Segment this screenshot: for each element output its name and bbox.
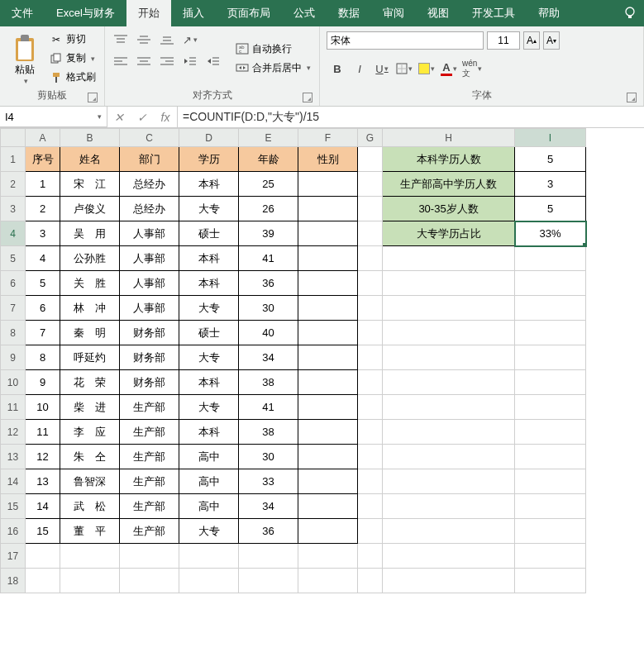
cell-C7[interactable]: 人事部 — [120, 296, 179, 321]
col-header-C[interactable]: C — [120, 129, 179, 147]
cell-B9[interactable]: 呼延灼 — [60, 345, 120, 370]
col-header-B[interactable]: B — [60, 129, 120, 147]
cut-button[interactable]: ✂ 剪切 — [48, 31, 98, 47]
menu-insert[interactable]: 插入 — [171, 0, 216, 26]
cell-F7[interactable] — [298, 296, 358, 321]
cell-A18[interactable] — [26, 569, 60, 593]
cell-C8[interactable]: 财务部 — [120, 321, 179, 345]
cell-H10[interactable] — [383, 370, 515, 395]
cell-F12[interactable] — [298, 420, 358, 445]
menu-review[interactable]: 审阅 — [371, 0, 416, 26]
menu-home[interactable]: 开始 — [126, 0, 171, 26]
cell-C9[interactable]: 财务部 — [120, 345, 179, 370]
row-header-12[interactable]: 12 — [1, 420, 26, 445]
cell-F10[interactable] — [298, 370, 358, 395]
col-header-F[interactable]: F — [298, 129, 358, 147]
cell-F13[interactable] — [298, 445, 358, 469]
cell-G6[interactable] — [358, 271, 383, 296]
row-header-9[interactable]: 9 — [1, 345, 26, 370]
cell-C17[interactable] — [120, 544, 179, 569]
menu-data[interactable]: 数据 — [327, 0, 371, 26]
cell-F18[interactable] — [298, 569, 358, 593]
cell-I10[interactable] — [515, 370, 586, 395]
cell-C13[interactable]: 生产部 — [120, 445, 179, 469]
align-center-button[interactable] — [135, 53, 153, 69]
select-all-corner[interactable] — [1, 129, 26, 147]
menu-formulas[interactable]: 公式 — [282, 0, 327, 26]
cell-G17[interactable] — [358, 544, 383, 569]
cell-E5[interactable]: 41 — [239, 246, 298, 271]
cell-I12[interactable] — [515, 420, 586, 445]
align-left-button[interactable] — [112, 53, 130, 69]
cell-G9[interactable] — [358, 345, 383, 370]
cell-B6[interactable]: 关 胜 — [60, 271, 120, 296]
col-header-D[interactable]: D — [179, 129, 239, 147]
cell-H5[interactable] — [383, 246, 515, 271]
cell-E9[interactable]: 34 — [239, 345, 298, 370]
underline-button[interactable]: U▾ — [371, 60, 393, 78]
spreadsheet-grid[interactable]: ABCDEFGHI 1序号姓名部门学历年龄性别本科学历人数521宋 江总经办本科… — [0, 128, 644, 593]
cell-B7[interactable]: 林 冲 — [60, 296, 120, 321]
cell-A8[interactable]: 7 — [26, 321, 60, 345]
cell-G11[interactable] — [358, 395, 383, 420]
formula-input[interactable]: =COUNTIF(D:D,"大专")/15 — [178, 107, 644, 127]
cell-E4[interactable]: 39 — [239, 221, 298, 246]
enter-formula-button[interactable]: ✓ — [131, 111, 154, 124]
cell-B8[interactable]: 秦 明 — [60, 321, 120, 345]
cell-F14[interactable] — [298, 469, 358, 494]
cell-E17[interactable] — [239, 544, 298, 569]
cell-I6[interactable] — [515, 271, 586, 296]
cell-I11[interactable] — [515, 395, 586, 420]
cell-D11[interactable]: 大专 — [179, 395, 239, 420]
cell-B3[interactable]: 卢俊义 — [60, 197, 120, 221]
cell-B18[interactable] — [60, 569, 120, 593]
cell-A16[interactable]: 15 — [26, 519, 60, 544]
cell-A5[interactable]: 4 — [26, 246, 60, 271]
cell-B16[interactable]: 董 平 — [60, 519, 120, 544]
merge-center-button[interactable]: 合并后居中▾ — [234, 60, 312, 76]
row-header-11[interactable]: 11 — [1, 395, 26, 420]
col-header-E[interactable]: E — [239, 129, 298, 147]
cell-H15[interactable] — [383, 494, 515, 519]
cell-A10[interactable]: 9 — [26, 370, 60, 395]
cell-A12[interactable]: 11 — [26, 420, 60, 445]
cell-D12[interactable]: 本科 — [179, 420, 239, 445]
row-header-7[interactable]: 7 — [1, 296, 26, 321]
cell-I15[interactable] — [515, 494, 586, 519]
cancel-formula-button[interactable]: ✕ — [107, 111, 131, 124]
cell-A13[interactable]: 12 — [26, 445, 60, 469]
cell-H13[interactable] — [383, 445, 515, 469]
cell-I4[interactable]: 33% — [515, 221, 586, 246]
increase-font-button[interactable]: A▴ — [523, 31, 540, 50]
cell-A14[interactable]: 13 — [26, 469, 60, 494]
alignment-dialog-launcher[interactable] — [303, 93, 312, 102]
cell-G16[interactable] — [358, 519, 383, 544]
cell-F8[interactable] — [298, 321, 358, 345]
cell-D2[interactable]: 本科 — [179, 172, 239, 197]
cell-D14[interactable]: 高中 — [179, 469, 239, 494]
cell-I13[interactable] — [515, 445, 586, 469]
cell-B13[interactable]: 朱 仝 — [60, 445, 120, 469]
cell-C11[interactable]: 生产部 — [120, 395, 179, 420]
cell-D17[interactable] — [179, 544, 239, 569]
cell-H11[interactable] — [383, 395, 515, 420]
cell-E1[interactable]: 年龄 — [239, 147, 298, 172]
row-header-14[interactable]: 14 — [1, 469, 26, 494]
cell-F1[interactable]: 性别 — [298, 147, 358, 172]
align-right-button[interactable] — [158, 53, 176, 69]
align-top-button[interactable] — [112, 31, 130, 48]
row-header-1[interactable]: 1 — [1, 147, 26, 172]
cell-A3[interactable]: 2 — [26, 197, 60, 221]
cell-H7[interactable] — [383, 296, 515, 321]
italic-button[interactable]: I — [349, 60, 370, 78]
font-color-button[interactable]: A▾ — [438, 60, 460, 78]
cell-D9[interactable]: 大专 — [179, 345, 239, 370]
cell-D4[interactable]: 硕士 — [179, 221, 239, 246]
cell-H8[interactable] — [383, 321, 515, 345]
lightbulb-icon[interactable] — [616, 0, 644, 26]
cell-H9[interactable] — [383, 345, 515, 370]
cell-D13[interactable]: 高中 — [179, 445, 239, 469]
cell-C10[interactable]: 财务部 — [120, 370, 179, 395]
cell-E10[interactable]: 38 — [239, 370, 298, 395]
cell-D6[interactable]: 本科 — [179, 271, 239, 296]
